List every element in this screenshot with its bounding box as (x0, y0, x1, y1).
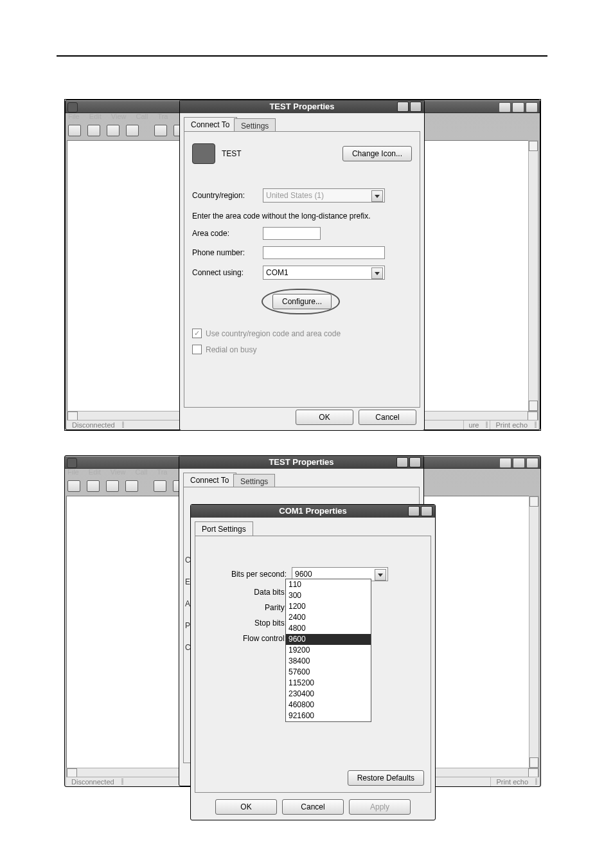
menu-transfer[interactable]: Tra (157, 113, 168, 120)
menu-file[interactable]: File (67, 468, 79, 476)
menu-view[interactable]: View (111, 113, 127, 120)
restore-defaults-button[interactable]: Restore Defaults (348, 770, 424, 786)
use-country-code-checkbox (192, 329, 202, 338)
chevron-down-icon[interactable] (375, 569, 386, 581)
com1-properties-dialog: COM1 Properties Port Settings Bits per s… (190, 504, 436, 820)
bps-option[interactable]: 921600 (286, 710, 371, 721)
tab-settings[interactable]: Settings (234, 118, 276, 132)
bps-option[interactable]: 300 (286, 590, 371, 601)
toolbar-send-icon[interactable] (154, 480, 166, 492)
scroll-left-icon[interactable] (67, 768, 77, 777)
bits-per-second-value: 9600 (295, 570, 312, 579)
label-data-bits: Data bits: (203, 588, 292, 597)
annotation-circle (262, 289, 340, 314)
vertical-scrollbar[interactable] (529, 496, 539, 768)
chevron-down-icon[interactable] (371, 267, 383, 279)
label-area-code: Area code: (192, 229, 263, 238)
bps-option[interactable]: 38400 (286, 656, 371, 667)
menu-bar[interactable]: File Edit View Call Tra (68, 113, 175, 123)
properties-dialog: TEST Properties Connect To Settings TEST… (179, 100, 425, 431)
bps-option[interactable]: 2400 (286, 612, 371, 623)
label-parity: Parity: (203, 603, 292, 612)
toolbar-send-icon[interactable] (154, 125, 167, 136)
toolbar-disconnect-icon[interactable] (125, 480, 138, 492)
bits-per-second-dropdown-list[interactable]: 1103001200240048009600192003840057600115… (285, 579, 371, 722)
change-icon-button[interactable]: Change Icon... (342, 146, 412, 161)
label-connect-using: Connect using: (192, 268, 263, 277)
tab-settings[interactable]: Settings (233, 474, 275, 487)
ok-button[interactable]: OK (215, 799, 277, 815)
use-country-code-label: Use country/region code and area code (206, 329, 341, 338)
dialog-window-buttons[interactable] (397, 102, 422, 112)
tab-connect-to[interactable]: Connect To (184, 117, 237, 132)
maximize-button[interactable] (513, 458, 525, 468)
cancel-button[interactable]: Cancel (359, 410, 416, 425)
dialog-window-buttons[interactable] (408, 506, 432, 516)
dialog-window-buttons[interactable] (396, 457, 421, 467)
dialog-titlebar: COM1 Properties (191, 505, 435, 518)
menu-call[interactable]: Call (136, 468, 148, 476)
menu-transfer[interactable]: Tra (157, 468, 167, 476)
ok-button[interactable]: OK (296, 410, 353, 425)
toolbar-open-icon[interactable] (87, 125, 100, 136)
app-window-buttons[interactable] (499, 102, 538, 111)
tab-connect-to[interactable]: Connect To (183, 473, 236, 487)
menu-file[interactable]: File (68, 113, 80, 120)
toolbar-connect-icon[interactable] (107, 125, 120, 136)
dialog-close-button[interactable] (410, 102, 422, 112)
connect-using-value: COM1 (266, 268, 289, 277)
tab-port-settings[interactable]: Port Settings (195, 521, 253, 536)
maximize-button[interactable] (512, 102, 524, 113)
toolbar-new-icon[interactable] (67, 480, 80, 492)
menu-bar[interactable]: File Edit View Call Tra (67, 468, 175, 478)
scroll-up-icon[interactable] (529, 496, 538, 507)
country-select: United States (1) (263, 188, 385, 203)
dialog-titlebar: TEST Properties (179, 456, 423, 469)
dialog-help-button[interactable] (396, 457, 408, 467)
bps-option[interactable]: 460800 (286, 700, 371, 710)
menu-edit[interactable]: Edit (89, 468, 101, 476)
toolbar-connect-icon[interactable] (106, 480, 119, 492)
scroll-right-icon[interactable] (528, 768, 538, 777)
bps-option[interactable]: 1200 (286, 601, 371, 612)
bps-option[interactable]: 4800 (286, 623, 371, 634)
connect-using-select[interactable]: COM1 (263, 266, 385, 280)
bps-option[interactable]: 57600 (286, 667, 371, 678)
toolbar-disconnect-icon[interactable] (126, 125, 139, 136)
scroll-left-icon[interactable] (67, 411, 78, 420)
bps-option[interactable]: 115200 (286, 678, 371, 689)
dialog-title: COM1 Properties (279, 506, 346, 516)
bps-option[interactable]: 9600 (286, 634, 371, 645)
bps-option[interactable]: 19200 (286, 645, 371, 656)
phone-input[interactable] (263, 246, 385, 259)
vertical-scrollbar[interactable] (528, 140, 538, 411)
area-code-input[interactable] (263, 227, 321, 240)
close-button[interactable] (526, 102, 538, 113)
menu-view[interactable]: View (111, 468, 126, 476)
minimize-button[interactable] (499, 458, 511, 468)
menu-call[interactable]: Call (136, 113, 148, 120)
app-window-buttons[interactable] (499, 458, 538, 467)
dialog-close-button[interactable] (409, 457, 421, 467)
label-phone: Phone number: (192, 248, 263, 257)
dialog-title: TEST Properties (269, 102, 334, 111)
dialog-help-button[interactable] (397, 102, 409, 112)
connection-name: TEST (222, 149, 242, 158)
toolbar-new-icon[interactable] (68, 125, 81, 136)
bps-option[interactable]: 110 (286, 579, 371, 590)
chevron-down-icon (371, 190, 383, 202)
menu-edit[interactable]: Edit (89, 113, 102, 120)
scroll-down-icon[interactable] (529, 401, 538, 411)
scroll-right-icon[interactable] (528, 411, 538, 420)
minimize-button[interactable] (499, 102, 511, 113)
dialog-help-button[interactable] (408, 506, 420, 516)
cancel-button[interactable]: Cancel (282, 799, 344, 815)
close-button[interactable] (526, 458, 538, 468)
scroll-down-icon[interactable] (529, 757, 538, 768)
scroll-up-icon[interactable] (529, 141, 538, 151)
apply-button: Apply (349, 799, 411, 815)
status-connection: Disconnected (66, 777, 120, 786)
toolbar-open-icon[interactable] (87, 480, 100, 492)
dialog-close-button[interactable] (421, 506, 432, 516)
bps-option[interactable]: 230400 (286, 689, 371, 700)
